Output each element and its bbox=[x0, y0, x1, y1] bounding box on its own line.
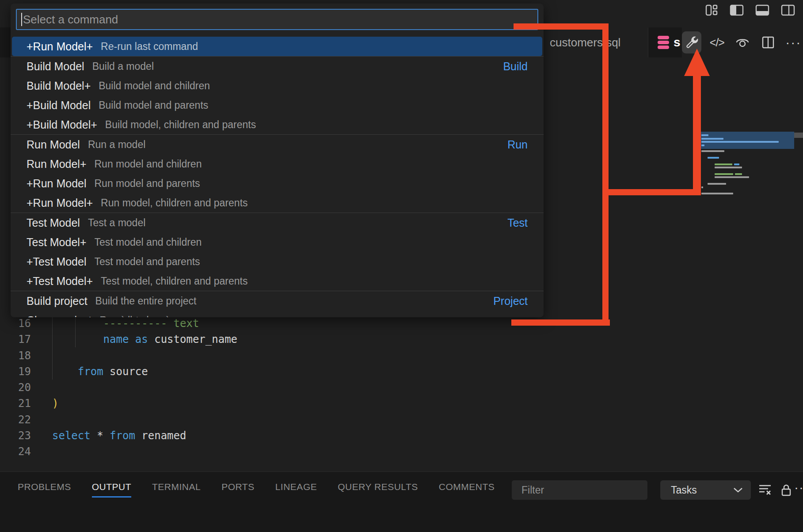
window-layout-controls bbox=[705, 4, 795, 17]
line-text: name as customer_name bbox=[31, 333, 237, 346]
line-number: 23 bbox=[0, 429, 31, 442]
command-item-description: Test model and parents bbox=[95, 256, 528, 268]
command-item-label: +Run Model bbox=[27, 177, 87, 190]
editor-scrollbar-thumb[interactable] bbox=[794, 133, 803, 138]
code-line[interactable]: 22 bbox=[0, 412, 237, 428]
command-item-category: Build bbox=[503, 60, 528, 73]
command-item[interactable]: Test ModelTest a modelTest bbox=[12, 213, 542, 232]
panel-tab-comments[interactable]: COMMENTS bbox=[439, 482, 495, 498]
tasks-dropdown[interactable]: Tasks bbox=[660, 480, 751, 500]
minimap-code-rows bbox=[700, 150, 794, 194]
code-line[interactable]: 19 from source bbox=[0, 364, 237, 380]
command-item[interactable]: +Run Model+Run model, children and paren… bbox=[12, 193, 542, 213]
panel-tab-lineage[interactable]: LINEAGE bbox=[275, 482, 317, 498]
line-text: select * from renamed bbox=[31, 429, 186, 442]
annotation-line-vertical bbox=[602, 23, 609, 326]
code-line[interactable]: 23select * from renamed bbox=[0, 428, 237, 444]
panel-tab-ports[interactable]: PORTS bbox=[221, 482, 254, 498]
tasks-dropdown-value: Tasks bbox=[671, 484, 697, 496]
command-item-label: +Run Model+ bbox=[27, 197, 93, 209]
minimap-highlight-block bbox=[700, 132, 794, 149]
panel-more-button[interactable]: ··· bbox=[794, 480, 803, 495]
command-item[interactable]: +Build ModelBuild model and parents bbox=[12, 95, 542, 115]
command-item-description: Run model, children and parents bbox=[101, 197, 528, 209]
filter-input[interactable]: Filter bbox=[512, 480, 647, 500]
command-item[interactable]: Test Model+Test model and children bbox=[12, 232, 542, 252]
line-number: 20 bbox=[0, 381, 31, 394]
toggle-left-sidebar-icon[interactable] bbox=[730, 4, 744, 17]
split-editor-button[interactable] bbox=[758, 31, 778, 53]
code-line[interactable]: 16 ---------- text bbox=[0, 315, 237, 331]
command-item-label: +Build Model bbox=[27, 99, 91, 112]
preview-button[interactable] bbox=[733, 31, 752, 53]
command-item-description: Test a model bbox=[88, 217, 502, 229]
command-item-label: +Test Model+ bbox=[27, 275, 93, 288]
command-item[interactable]: Build projectBuild the entire projectPro… bbox=[12, 291, 542, 311]
bottom-panel: PROBLEMSOUTPUTTERMINALPORTSLINEAGEQUERY … bbox=[0, 471, 803, 532]
line-number: 22 bbox=[0, 414, 31, 426]
command-item-label: +Build Model+ bbox=[27, 118, 97, 131]
command-item[interactable]: +Build Model+Build model, children and p… bbox=[12, 115, 542, 134]
compile-sql-button[interactable]: </> bbox=[708, 31, 727, 53]
command-item[interactable]: +Test ModelTest model and parents bbox=[12, 252, 542, 271]
line-text: from source bbox=[31, 365, 148, 378]
db-action-label: s bbox=[674, 35, 681, 49]
command-input[interactable]: Select a command bbox=[16, 9, 538, 30]
lock-icon bbox=[780, 483, 792, 497]
command-item[interactable]: Build Model+Build model and children bbox=[12, 76, 542, 95]
command-item-description: Test model and children bbox=[95, 236, 528, 248]
code-line[interactable]: 17 name as customer_name bbox=[0, 331, 237, 347]
panel-tab-terminal[interactable]: TERMINAL bbox=[152, 482, 201, 498]
minimap[interactable] bbox=[700, 132, 794, 196]
customize-layout-icon[interactable] bbox=[705, 4, 718, 17]
panel-tab-query-results[interactable]: QUERY RESULTS bbox=[338, 482, 418, 498]
panel-tab-output[interactable]: OUTPUT bbox=[92, 482, 131, 498]
eye-icon bbox=[735, 36, 750, 49]
command-item-label: Clean project bbox=[27, 314, 91, 318]
command-item-description: Build model and parents bbox=[99, 99, 528, 111]
split-editor-icon bbox=[761, 36, 775, 49]
command-item-category: Run bbox=[507, 138, 528, 151]
command-item-label: +Run Model+ bbox=[27, 40, 93, 53]
command-item[interactable]: +Run ModelRun model and parents bbox=[12, 174, 542, 193]
code-line[interactable]: 18 bbox=[0, 348, 237, 364]
line-text: ---------- text bbox=[31, 317, 199, 330]
command-item-description: Build model, children and parents bbox=[105, 119, 528, 131]
clear-output-button[interactable] bbox=[758, 483, 772, 498]
command-item[interactable]: Clean projectRun `dbt clean` bbox=[12, 311, 542, 317]
command-item[interactable]: Run ModelRun a modelRun bbox=[12, 135, 542, 154]
more-actions-button[interactable]: ··· bbox=[784, 31, 803, 53]
command-item-description: Run model and parents bbox=[95, 178, 528, 190]
command-item-label: Build Model bbox=[27, 60, 84, 73]
panel-tab-problems[interactable]: PROBLEMS bbox=[18, 482, 71, 498]
code-line[interactable]: 21) bbox=[0, 395, 237, 411]
toggle-right-sidebar-icon[interactable] bbox=[781, 4, 795, 17]
line-number: 24 bbox=[0, 445, 31, 458]
code-line[interactable]: 24 bbox=[0, 444, 237, 460]
tab-customers-sql[interactable]: customers.sql bbox=[544, 27, 648, 57]
command-item-label: Test Model bbox=[27, 217, 80, 229]
command-item-description: Run `dbt clean` bbox=[99, 315, 528, 318]
more-icon: ··· bbox=[794, 480, 803, 494]
command-item-description: Run a model bbox=[88, 139, 502, 151]
command-item-label: Build Model+ bbox=[27, 80, 91, 92]
command-item-label: Build project bbox=[27, 295, 88, 308]
toggle-panel-icon[interactable] bbox=[755, 4, 769, 17]
command-item-description: Build a model bbox=[92, 61, 498, 72]
more-actions-icon: ··· bbox=[785, 35, 801, 50]
command-item[interactable]: Run Model+Run model and children bbox=[12, 154, 542, 174]
command-list: +Run Model+Re-run last commandBuild Mode… bbox=[11, 37, 544, 317]
lock-button[interactable] bbox=[780, 483, 792, 498]
command-item[interactable]: +Run Model+Re-run last command bbox=[12, 37, 542, 56]
code-lines: 16 ---------- text17 name as customer_na… bbox=[0, 315, 237, 460]
line-number: 19 bbox=[0, 365, 31, 378]
command-item-label: Run Model+ bbox=[27, 158, 87, 171]
command-item[interactable]: +Test Model+Test model, children and par… bbox=[12, 271, 542, 291]
code-line[interactable]: 20 bbox=[0, 380, 237, 395]
command-item-description: Build model and children bbox=[99, 80, 528, 92]
command-item-description: Re-run last command bbox=[101, 41, 528, 53]
command-item-category: Test bbox=[507, 217, 528, 229]
command-item[interactable]: Build ModelBuild a modelBuild bbox=[12, 57, 542, 76]
text-caret bbox=[21, 13, 22, 26]
db-action-group[interactable]: s bbox=[658, 27, 681, 57]
